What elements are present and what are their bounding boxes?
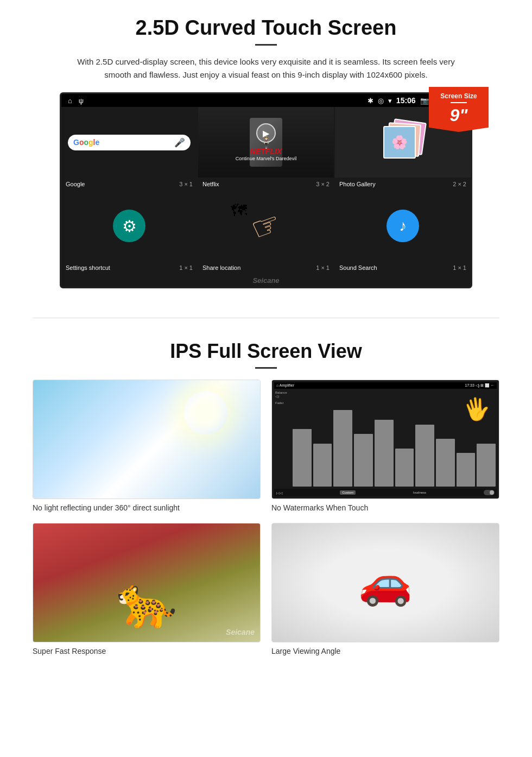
section-curved-touch: 2.5D Curved Touch Screen With 2.5D curve… <box>0 0 532 301</box>
play-button[interactable]: ▶ <box>256 123 276 143</box>
photo-stack: 🌸 <box>381 121 425 164</box>
device-frame: ⌂ ψ ✱ ◎ ▾ 15:06 📷 ◁) ⊠ ⬜ <box>60 92 472 288</box>
screen-size-badge: Screen Size 9" <box>429 87 489 132</box>
section-ips: IPS Full Screen View No light reflecting… <box>0 335 532 666</box>
settings-label: Settings shortcut <box>66 264 110 271</box>
app-cell-sound-search[interactable]: ♪ <box>335 191 471 261</box>
amp-fader: Fader <box>275 401 292 405</box>
car-image: 🚗 <box>272 523 499 642</box>
cheetah-emoji: 🐆 <box>116 574 177 631</box>
photo-grid: 2 × 2 <box>453 181 466 187</box>
amp-home: ⌂ Amplifier <box>276 383 294 388</box>
cell-label-row-2: Settings shortcut 1 × 1 Share location 1… <box>61 262 471 274</box>
amp-equalizer: 🖐 <box>293 391 496 487</box>
status-time: 15:06 <box>396 96 416 105</box>
eq-bar-7 <box>415 425 434 487</box>
mic-icon[interactable]: 🎤 <box>174 137 185 148</box>
sound-grid: 1 × 1 <box>453 264 466 271</box>
ips-image-grid-row1: No light reflecting under 360° direct su… <box>33 380 499 512</box>
title-divider <box>255 44 277 46</box>
eq-bar-3 <box>333 410 352 487</box>
app-cell-settings[interactable]: ⚙ <box>61 191 197 261</box>
eq-bar-1 <box>293 429 312 487</box>
amp-bottom: |◁◁ Custom loudness <box>274 489 497 496</box>
netflix-subtitle: Continue Marvel's Daredevil <box>236 156 296 161</box>
eq-bar-9 <box>457 453 476 487</box>
caption-sunlight: No light reflecting under 360° direct su… <box>33 503 261 512</box>
img-box-car: 🚗 <box>271 523 499 642</box>
settings-grid: 1 × 1 <box>179 264 193 271</box>
bluetooth-icon: ✱ <box>368 97 373 105</box>
caption-cheetah: Super Fast Response <box>33 647 261 655</box>
eq-bar-6 <box>395 449 414 487</box>
caption-amplifier: No Watermarks When Touch <box>271 503 499 512</box>
eq-bar-2 <box>313 444 332 487</box>
netflix-overlay: ▶ NETFLIX Continue Marvel's Daredevil <box>198 107 334 178</box>
section2-title: IPS Full Screen View <box>33 340 499 363</box>
google-grid: 3 × 1 <box>179 181 193 187</box>
amp-balance: Balance ◁) <box>275 391 292 398</box>
sound-label: Sound Search <box>339 264 377 271</box>
amp-body: Balance ◁) Fader <box>274 389 497 489</box>
sunlight-background <box>33 380 260 499</box>
car-top-emoji: 🚗 <box>358 557 413 608</box>
badge-size: 9" <box>433 105 484 125</box>
caption-car: Large Viewing Angle <box>271 647 499 655</box>
home-icon[interactable]: ⌂ <box>68 97 72 105</box>
sun-glow <box>184 391 227 434</box>
custom-button: Custom <box>340 490 356 495</box>
cheetah-image: 🐆 Seicane <box>33 523 260 642</box>
cell-label-google: Google 3 × 1 <box>61 179 197 191</box>
cell-label-netflix: Netflix 3 × 2 <box>198 179 334 191</box>
amp-loudness: loudness <box>413 491 426 494</box>
app-cell-google[interactable]: Google 🎤 <box>61 107 197 178</box>
badge-label: Screen Size <box>433 92 484 100</box>
cell-label-settings: Settings shortcut 1 × 1 <box>61 262 197 274</box>
img-item-car: 🚗 Large Viewing Angle <box>271 523 499 655</box>
status-bar: ⌂ ψ ✱ ◎ ▾ 15:06 📷 ◁) ⊠ ⬜ <box>61 94 471 107</box>
app-cell-share-location[interactable]: 🗺 ☞ <box>198 191 334 261</box>
ips-image-grid-row2: 🐆 Seicane Super Fast Response 🚗 Large Vi… <box>33 523 499 655</box>
cell-label-sound: Sound Search 1 × 1 <box>335 262 471 274</box>
share-label: Share location <box>202 264 240 271</box>
img-item-amplifier: ⌂ Amplifier 17:33 ◁) ⊠ ⬜ ← Balance ◁) Fa… <box>271 380 499 512</box>
loudness-toggle[interactable] <box>484 490 495 495</box>
camera-icon: 📷 <box>420 97 429 105</box>
img-box-cheetah: 🐆 Seicane <box>33 523 261 642</box>
device-wrapper: Screen Size 9" ⌂ ψ ✱ ◎ ▾ 15:06 📷 ◁) ⊠ <box>60 92 472 288</box>
amp-sidebar: Balance ◁) Fader <box>275 391 292 487</box>
cell-label-photo: Photo Gallery 2 × 2 <box>335 179 471 191</box>
location-icon: ◎ <box>378 97 384 105</box>
status-left: ⌂ ψ <box>68 97 84 105</box>
section1-description: With 2.5D curved-display screen, this de… <box>76 55 456 81</box>
netflix-logo: NETFLIX <box>250 147 282 156</box>
netflix-grid: 3 × 2 <box>316 181 330 187</box>
photo-label: Photo Gallery <box>339 181 376 187</box>
badge-divider <box>451 102 467 103</box>
eq-bar-8 <box>436 439 455 487</box>
watermark-text: Seicane <box>252 276 279 285</box>
cell-label-share: Share location 1 × 1 <box>198 262 334 274</box>
eq-bar-5 <box>375 420 394 487</box>
section-divider <box>33 318 499 318</box>
section1-title: 2.5D Curved Touch Screen <box>33 16 499 40</box>
share-grid: 1 × 1 <box>316 264 330 271</box>
google-label: Google <box>66 181 85 187</box>
amp-prev: |◁◁ <box>276 491 283 495</box>
wifi-icon: ▾ <box>388 97 392 105</box>
sound-icon-circle: ♪ <box>387 210 419 242</box>
eq-bar-4 <box>354 434 373 487</box>
eq-bar-10 <box>477 444 496 487</box>
settings-icon-circle: ⚙ <box>113 210 145 242</box>
hand-finger-icon: ☞ <box>246 203 287 249</box>
amp-status-bar: ⌂ Amplifier 17:33 ◁) ⊠ ⬜ ← <box>274 382 497 389</box>
google-search-bar[interactable]: Google 🎤 <box>68 135 191 150</box>
photo-card-3: 🌸 <box>383 126 416 159</box>
app-cell-netflix[interactable]: 🕴 ▶ NETFLIX Continue Marvel's Daredevil <box>198 107 334 178</box>
img-item-sunlight: No light reflecting under 360° direct su… <box>33 380 261 512</box>
usb-icon: ψ <box>79 97 84 105</box>
amp-time: 17:33 ◁) ⊠ ⬜ ← <box>465 383 495 388</box>
amp-hand: 🖐 <box>461 394 492 424</box>
cell-label-row-1: Google 3 × 1 Netflix 3 × 2 Photo Gallery… <box>61 179 471 191</box>
netflix-label: Netflix <box>202 181 219 187</box>
